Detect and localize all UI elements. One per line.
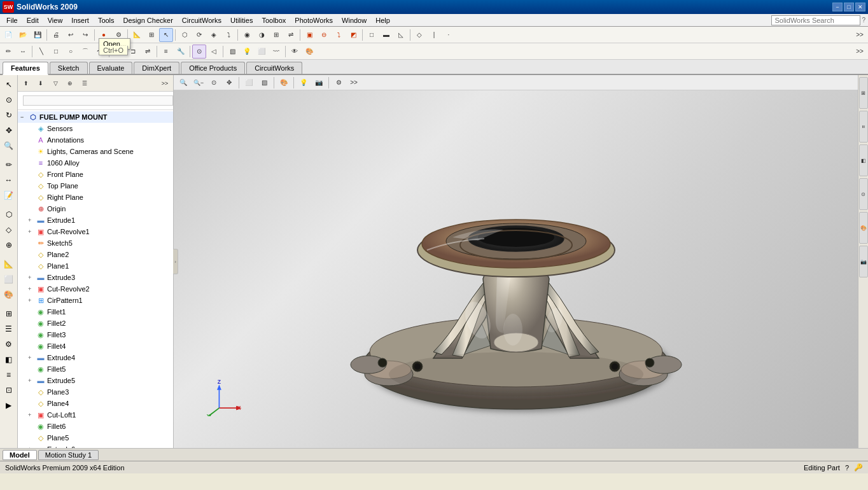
tree-item-plane5[interactable]: ◇Plane5 bbox=[18, 432, 173, 444]
menu-design-checker[interactable]: Design Checker bbox=[120, 16, 177, 25]
vp-display-mode[interactable]: ▧ bbox=[257, 76, 271, 90]
tree-tb-5[interactable]: ☰ bbox=[78, 76, 92, 90]
tree-root-expand[interactable]: − bbox=[20, 114, 28, 120]
menu-edit[interactable]: Edit bbox=[23, 16, 43, 25]
tree-item-top-plane[interactable]: ◇Top Plane bbox=[18, 180, 173, 192]
tree-item-cut-loft1[interactable]: +▣Cut-Loft1 bbox=[18, 409, 173, 421]
line-button[interactable]: ╲ bbox=[34, 45, 48, 59]
tree-expand-14[interactable]: + bbox=[28, 286, 36, 292]
model-area[interactable]: Z X Y bbox=[174, 90, 858, 448]
prev-view-button[interactable]: ◁ bbox=[207, 45, 221, 59]
licon-explode[interactable]: ⊡ bbox=[2, 383, 16, 397]
licon-grid[interactable]: ⊞ bbox=[2, 307, 16, 321]
appear-button[interactable]: 🎨 bbox=[302, 45, 316, 59]
vp-lights2[interactable]: 💡 bbox=[297, 76, 311, 90]
ref-axis-button[interactable]: | bbox=[427, 28, 441, 42]
licon-section[interactable]: ⬜ bbox=[2, 272, 16, 286]
tab-dimxpert[interactable]: DimXpert bbox=[134, 62, 179, 74]
right-panel-btn-4[interactable]: ⊙ bbox=[859, 178, 868, 210]
undo-button[interactable]: ↩ bbox=[64, 28, 78, 42]
vp-zoom-out[interactable]: 🔍− bbox=[192, 76, 206, 90]
licon-assembly[interactable]: ◧ bbox=[2, 353, 16, 367]
tree-item-sensors[interactable]: ◈Sensors bbox=[18, 123, 173, 134]
select-button[interactable]: ↖ bbox=[159, 28, 173, 42]
tab-sketch[interactable]: Sketch bbox=[50, 62, 88, 74]
licon-zoom-fit[interactable]: ⊙ bbox=[2, 93, 16, 107]
fillet-tb-button[interactable]: ◉ bbox=[240, 28, 254, 42]
tree-tb-4[interactable]: ⊕ bbox=[63, 76, 77, 90]
tree-item-fillet2[interactable]: ◉Fillet2 bbox=[18, 318, 173, 329]
menu-help[interactable]: Help bbox=[372, 16, 394, 25]
more-button[interactable]: >> bbox=[853, 28, 867, 42]
tree-expand-28[interactable]: + bbox=[28, 446, 36, 448]
tree-item-plane3[interactable]: ◇Plane3 bbox=[18, 386, 173, 398]
tree-item-extrude6[interactable]: +▬Extrude6 bbox=[18, 444, 173, 448]
mirror-button[interactable]: ⇌ bbox=[284, 28, 298, 42]
tree-item-fillet5[interactable]: ◉Fillet5 bbox=[18, 363, 173, 375]
print-button[interactable]: 🖨 bbox=[49, 28, 63, 42]
tab-circuitworks[interactable]: CircuitWorks bbox=[246, 62, 302, 74]
tree-expand-22[interactable]: + bbox=[28, 377, 36, 384]
vp-pan2[interactable]: ✥ bbox=[222, 76, 236, 90]
repair-button[interactable]: 🔧 bbox=[174, 45, 188, 59]
btab-model[interactable]: Model bbox=[3, 450, 37, 460]
menu-photoworks[interactable]: PhotoWorks bbox=[291, 16, 337, 25]
licon-pan[interactable]: ✥ bbox=[2, 123, 16, 137]
reference-button[interactable]: ⊞ bbox=[144, 28, 158, 42]
curvature-button[interactable]: 〰 bbox=[269, 45, 283, 59]
revolve-button[interactable]: ⟳ bbox=[192, 28, 206, 42]
sketch-tb-button[interactable]: ✏ bbox=[1, 45, 15, 59]
licon-appear2[interactable]: 🎨 bbox=[2, 288, 16, 302]
tree-tb-more[interactable]: >> bbox=[158, 76, 172, 90]
menu-toolbox[interactable]: Toolbox bbox=[258, 16, 290, 25]
tree-tb-1[interactable]: ⬆ bbox=[19, 76, 33, 90]
redo-button[interactable]: ↪ bbox=[78, 28, 92, 42]
tab-evaluate[interactable]: Evaluate bbox=[89, 62, 133, 74]
lights-button[interactable]: 💡 bbox=[240, 45, 254, 59]
tree-expand-20[interactable]: + bbox=[28, 354, 36, 361]
tree-item-cut-revolve2[interactable]: +▣Cut-Revolve2 bbox=[18, 283, 173, 295]
licon-measure[interactable]: 📐 bbox=[2, 257, 16, 271]
right-panel-btn-2[interactable]: ≡ bbox=[859, 111, 868, 143]
licon-mate[interactable]: ⊕ bbox=[2, 238, 16, 252]
restore-button[interactable]: □ bbox=[844, 3, 854, 11]
tab-office[interactable]: Office Products bbox=[181, 62, 245, 74]
vp-apply-appear[interactable]: 🎨 bbox=[277, 76, 291, 90]
vp-more3[interactable]: >> bbox=[347, 76, 361, 90]
tree-item-front-plane[interactable]: ◇Front Plane bbox=[18, 169, 173, 180]
licon-zoom[interactable]: 🔍 bbox=[2, 139, 16, 153]
circle-button[interactable]: ○ bbox=[64, 45, 78, 59]
help-icon[interactable]: ? bbox=[862, 17, 865, 24]
rect-button[interactable]: □ bbox=[49, 45, 63, 59]
rib-button[interactable]: ▬ bbox=[379, 28, 393, 42]
tree-item-annotations[interactable]: AAnnotations bbox=[18, 134, 173, 146]
arc-button[interactable]: ⌒ bbox=[78, 45, 92, 59]
view-orient-button[interactable]: ⊙ bbox=[192, 45, 206, 59]
ref-point-button[interactable]: · bbox=[442, 28, 456, 42]
menu-file[interactable]: File bbox=[3, 16, 22, 25]
tree-search-input[interactable] bbox=[23, 95, 173, 106]
cut-extrude-button[interactable]: ▣ bbox=[302, 28, 316, 42]
vp-cameras[interactable]: 📷 bbox=[312, 76, 326, 90]
search-input[interactable] bbox=[771, 15, 860, 25]
pattern-tb-button[interactable]: ⊞ bbox=[269, 28, 283, 42]
chamfer-button[interactable]: ◑ bbox=[255, 28, 269, 42]
tree-item-1060-alloy[interactable]: ≡1060 Alloy bbox=[18, 157, 173, 169]
tree-item-fillet6[interactable]: ◉Fillet6 bbox=[18, 421, 173, 432]
right-panel-btn-6[interactable]: 📷 bbox=[859, 246, 868, 277]
menu-utilities[interactable]: Utilities bbox=[227, 16, 256, 25]
tree-root-item[interactable]: − ⬡ FUEL PUMP MOUNT bbox=[18, 111, 173, 123]
tree-tb-filter[interactable]: ▽ bbox=[48, 76, 62, 90]
tree-item-plane2[interactable]: ◇Plane2 bbox=[18, 249, 173, 260]
collapse-handle[interactable]: › bbox=[173, 249, 178, 274]
smart-dim-button[interactable]: ↔ bbox=[16, 45, 30, 59]
tree-expand-13[interactable]: + bbox=[28, 274, 36, 281]
relations-button[interactable]: ≡ bbox=[159, 45, 173, 59]
menu-view[interactable]: View bbox=[44, 16, 67, 25]
licon-simulation[interactable]: ▶ bbox=[2, 398, 16, 412]
tree-item-lights,-cameras-and-scene[interactable]: ☀Lights, Cameras and Scene bbox=[18, 146, 173, 157]
status-extra-icon[interactable]: 🔑 bbox=[854, 463, 863, 472]
tree-item-extrude1[interactable]: +▬Extrude1 bbox=[18, 214, 173, 226]
display-style-button[interactable]: ▧ bbox=[225, 45, 239, 59]
hide-show-button[interactable]: 👁 bbox=[288, 45, 302, 59]
